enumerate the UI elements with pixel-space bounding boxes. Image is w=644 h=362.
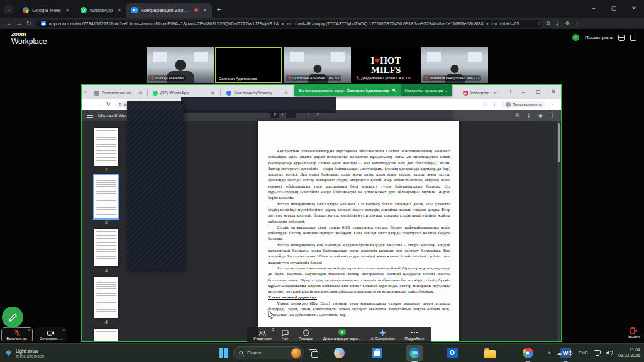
weather-widget[interactable]: ❄ Light snow in the afternoon [5,348,44,358]
back-icon[interactable]: ← [6,20,12,26]
page-thumbnail-3[interactable] [94,229,118,266]
search-box[interactable]: Поиск [233,346,304,359]
file-explorer-app-icon[interactable] [482,345,498,361]
maximize-button[interactable]: ▢ [604,0,624,16]
shared-tab-schedule[interactable]: Расписание аудито ✕ [91,87,146,99]
page-thumbnail-2-selected[interactable] [94,175,118,218]
close-tab-icon[interactable]: ✕ [211,91,214,96]
close-button[interactable]: ✕ [546,85,561,98]
tray-mic-icon[interactable] [568,350,573,356]
gallery-view-icon[interactable] [618,35,625,41]
fullscreen-icon[interactable] [630,35,636,41]
start-button[interactable] [219,348,228,358]
video-tile-meme[interactable]: I♥HOT MILFS Дәнделбаев Султан СЖК 311 [352,47,419,83]
forward-icon[interactable]: → [16,20,22,26]
close-tab-icon[interactable]: ✕ [64,8,70,13]
browser-menu-icon[interactable]: ⋮ [574,20,580,26]
video-tile[interactable]: Оразбаев Асылбек СЖК311 [284,47,351,83]
bookmark-star-icon[interactable]: ☆ [537,20,542,26]
view-settings-button[interactable]: Настройки просмотра ⌄ [401,84,453,96]
person-silhouette [450,65,458,73]
chevron-up-icon[interactable]: ˄ [28,329,30,332]
stop-video-button[interactable]: Остановить ... ˄ [35,327,67,342]
tray-chevron-up-icon[interactable]: ˄ [548,350,551,356]
new-tab-button[interactable]: + [217,6,221,13]
address-bar[interactable]: app.zoom.us/wc/77841572110/join?ref_from… [36,20,543,28]
outlook-app-icon[interactable]: O [444,345,460,361]
video-tile[interactable]: Мизамов Бексултан СЖК-311 [421,47,488,83]
participants-button[interactable]: 5 Участники [248,327,277,343]
clock-widget[interactable]: 11:04 09.02.2026 [618,348,640,359]
share-screen-button[interactable]: Демонстрация экра... [318,327,366,343]
page-thumbnail-5[interactable] [94,329,118,341]
reactions-button[interactable]: Реакции [294,327,318,343]
back-icon[interactable]: ← [87,101,92,107]
extension-icon[interactable]: ❖ [565,20,570,26]
view-button[interactable]: Посмотреть [585,35,613,40]
security-shield-icon[interactable]: ✓ [572,34,579,41]
task-view-button[interactable] [309,349,317,356]
close-tab-icon[interactable]: ✕ [138,91,142,96]
more-button[interactable]: Подробнее [400,327,430,343]
close-tab-icon[interactable]: ✕ [493,91,497,96]
reload-icon[interactable]: ↻ [26,20,31,26]
shared-tab-instagram[interactable]: Instagram ✕ [459,87,501,99]
print-icon[interactable]: ⎙ [516,112,519,118]
pin-icon[interactable] [392,88,396,93]
browser-menu-icon[interactable]: ⋮ [551,101,556,107]
ai-companion-button[interactable]: AI Companion [366,327,400,343]
network-icon[interactable] [594,350,601,356]
window-decor [194,52,208,62]
leave-meeting-button[interactable]: Выйти [628,327,640,339]
tab-search-chevron-icon[interactable]: ⌄ [84,89,87,94]
forward-icon[interactable]: → [97,101,102,107]
cloud-icon[interactable]: ☁ [557,350,562,356]
outer-tab-zoom-conference[interactable]: Конференция Zoom Сал ✕ [126,3,212,18]
instagram-favicon [463,91,468,96]
video-tile[interactable]: Nurasyl Asetkhan [147,47,214,83]
download-icon[interactable]: ⭳ [555,20,560,26]
new-tab-button[interactable]: + [509,88,513,94]
minimize-button[interactable]: – [584,0,604,16]
outer-tab-whatsapp[interactable]: WhatsApp ✕ [75,3,127,18]
document-text: Ақпараттық технологияларды зерттеумен ай… [268,149,450,319]
pdf-scrollbar[interactable] [557,121,560,341]
page-thumbnail-1[interactable] [94,128,118,166]
bookmark-star-icon[interactable]: ☆ [483,101,487,107]
zoom-out-icon[interactable]: − [302,113,304,117]
reload-icon[interactable]: ↻ [106,101,111,107]
outer-tab-google-meet[interactable]: Google Meet ✕ [18,3,75,18]
tab-group-icon[interactable]: ⧉ [547,20,550,27]
mic-muted-icon [287,76,291,81]
microsoft-store-app-icon[interactable] [369,345,385,361]
video-tile-active-speaker[interactable]: Салтанат Адилжанова [215,47,282,83]
tray-date: 09.02.2026 [618,353,640,359]
chrome-app-icon[interactable] [519,345,536,361]
pdf-download-icon[interactable]: ⭳ [526,113,531,118]
edge-app-icon[interactable] [406,345,423,361]
scrollbar-thumb[interactable] [558,123,560,162]
profile-paused-pill[interactable]: Приостановлено [502,101,546,108]
unmute-button[interactable]: Включить зв. ˄ [1,327,33,342]
close-tab-icon[interactable]: ✕ [201,8,207,13]
sidebar-toggle-icon[interactable] [87,113,93,118]
tab-search-chevron-icon[interactable]: ⌄ [4,4,14,14]
close-tab-icon[interactable]: ✕ [284,91,288,96]
pdf-menu-icon[interactable]: ⋮ [550,113,555,118]
chat-button[interactable]: Чат [277,327,294,343]
screen-share-banner: Вы просматриваете экран Салтанат Адилжан… [294,84,452,96]
page-thumbnail-4[interactable] [94,277,118,318]
language-indicator[interactable]: ENG [579,351,588,355]
annotate-button[interactable] [2,307,23,328]
close-tab-icon[interactable]: ✕ [116,8,121,13]
close-button[interactable]: ✕ [624,0,644,16]
copilot-app-icon[interactable] [331,345,347,361]
presentation-icon[interactable]: ◉ [538,113,543,118]
maximize-button[interactable]: ▢ [531,85,546,98]
zoom-in-icon[interactable]: + [307,113,309,117]
download-icon[interactable]: ⭳ [492,101,497,107]
minimize-button[interactable]: – [516,85,531,98]
thumb-label: 3 [94,268,118,273]
chevron-up-icon[interactable]: ˄ [62,328,65,332]
volume-icon[interactable] [606,350,613,356]
